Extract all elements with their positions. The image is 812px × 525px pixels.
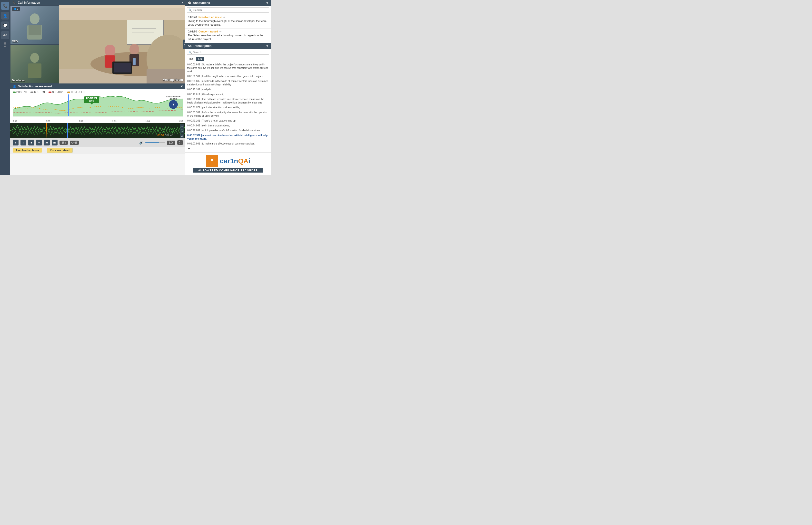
main-video: Meeting Room Tools [59,5,185,84]
logo-subtitle: AI-POWERED COMPLIANCE RECORDER [193,168,263,172]
annotations-panel: 💬 Annotations ∨ 🔍 0:00:49 Resolved an is… [185,0,271,43]
collapse-icon[interactable]: ∨ [181,85,183,88]
transcript-time-9: 0:00:44.962 | [187,124,202,127]
annotation-edit-icon-2[interactable]: ✏ [219,30,221,33]
legend-negative-label: NEGATIVE [52,91,64,93]
controls-bar: ▶ ⏸ ■ ↺ ⏮ ⏭ -15◁ ⊙+15 🔊 1.0x ⛶ [10,138,185,147]
time-display: 00:54 / 02:45 [157,134,173,137]
waveform-area: bars generated via CSS + - ⊕ [10,123,185,138]
fast-rewind-button[interactable]: ⏮ [44,140,50,146]
fast-forward-button[interactable]: ⏭ [52,140,58,146]
annotation-type-resolved-1: Resolved an issue [199,16,222,18]
transcript-time-8: 0:00:43.161 | [187,119,202,122]
concern-tag[interactable]: Concern raised [47,148,73,153]
legend-neutral-label: NEUTRAL [34,91,46,93]
annotations-search-icon: 🔍 [188,9,192,12]
transcription-panel: Aa Transcription ∨ 🔍 HU EN 0:00:01.641 |… [185,43,271,152]
play-button[interactable]: ▶ [13,140,18,146]
phone-icon: 📞 [13,1,16,4]
transcript-time-6: 0:00:31.071 | [187,106,202,109]
timeline: 0:00 0:23 0:47 1:11 1:34 1:58 [10,119,185,123]
transcription-search-box: 🔍 [187,50,269,55]
transcript-entry-6: 0:00:31.071 | particular attention is dr… [187,106,269,109]
transcription-search-icon: 🔍 [188,51,192,54]
skip-forward-button[interactable]: ⊙+15 [70,140,79,145]
satisfaction-section: 👤 Satisfaction assessment ∨ POSITIVE NEU… [10,84,185,175]
transcript-list[interactable]: 0:00:01.641 | So just real briefly, the … [185,62,271,145]
time-5: 1:58 [178,120,183,122]
annotation-type-concern-2: Concern raised [199,30,218,33]
transcript-entry-10: 0:00:46.881 | which provides useful info… [187,129,269,132]
developer-label: Developer [12,79,25,82]
bottom-annotations-bar: Resolved an issue Concern raised [10,147,185,154]
annotation-entry-1: 0:00:49 Resolved an issue ✏ Owing to the… [185,14,271,29]
participant-count: 👥 3 [12,7,20,11]
annotation-time-2: 0:01:50 [188,30,197,33]
transcript-time-11: 0:00:52.972 | [187,134,202,137]
expand-icon[interactable]: › [182,1,183,4]
transcript-entry-4: 0:00:19.611 | We all experience it, [187,93,269,96]
annotation-entry-2: 0:01:50 Concern raised ✏ The Sales team … [185,29,271,43]
svg-point-0 [30,13,40,24]
annotations-search-input[interactable] [187,7,269,13]
annotations-collapse-icon[interactable]: ∨ [266,1,268,5]
chat-sidebar-icon[interactable]: 💬 [1,21,9,29]
developer-thumbnail: Developer [10,44,59,84]
pause-button[interactable]: ⏸ [20,140,26,146]
legend-positive-dot [13,91,16,93]
svg-rect-21 [114,63,131,73]
main-video-scene [59,5,185,84]
participant-icon: 👥 [13,7,16,10]
skip-back-button[interactable]: -15◁ [60,140,68,145]
annotation-text-1: Owing to the thourough oversight of the … [188,19,268,27]
phone-sidebar-icon[interactable]: 📞 [1,2,9,10]
speed-button[interactable]: 1.0x [167,140,175,145]
resolved-tag[interactable]: Resolved an issue [13,148,42,152]
logo-brand-accent: QA [238,157,248,165]
user-sidebar-icon[interactable]: 👤 [1,12,9,19]
transcript-time-2: 0:00:08.602 | [187,80,202,82]
satisfaction-header: 👤 Satisfaction assessment ∨ [10,84,185,89]
participant-number: 3 [17,7,18,10]
svg-rect-22 [133,58,136,65]
transcription-search-input[interactable] [187,50,269,55]
zoom-reset-button[interactable]: ⊕ [180,134,184,138]
annotations-header-left: 💬 Annotations [188,1,210,5]
satisfaction-score: SATISFACTIONSCORE 7 [166,96,181,109]
stop-button[interactable]: ■ [28,140,34,146]
logo-container: ❝ car1nQAi [206,155,250,167]
transcript-time-3: 0:00:17.181 | [187,88,202,91]
video-area: 👥 3 CEO [10,5,185,84]
ceo-video-placeholder [11,5,59,44]
tools-tab[interactable]: Tools [183,40,185,49]
time-0: 0:00 [13,120,17,122]
transcription-icon: Aa [188,44,191,48]
transcript-entry-9: 0:00:44.962 | so in these organisations, [187,124,269,127]
volume-slider[interactable] [145,142,165,143]
transcription-collapse-icon[interactable]: ∨ [266,44,268,48]
zoom-out-button[interactable]: - [180,129,184,134]
legend-confused-label: CONFUSED [71,91,84,93]
center-panel: 📞 Call Information › 👥 3 [10,0,185,175]
logo-brand-end: i [248,157,250,165]
time-4: 1:34 [145,120,150,122]
lang-hu-button[interactable]: HU [187,57,195,61]
transcript-entry-5: 0:00:21.231 | that calls are recorded in… [187,97,269,104]
annotation-text-2: The Sales team has raised a daunting con… [188,34,268,41]
font-sidebar-icon[interactable]: Aa [1,31,9,39]
current-time: 00:54 [157,134,165,137]
left-sidebar: 📞 👤 💬 Aa Tools [0,0,10,175]
restart-button[interactable]: ↺ [36,140,42,146]
svg-point-14 [105,45,115,56]
zoom-in-button[interactable]: + [180,124,184,129]
annotation-time-1: 0:00:49 [188,16,197,18]
main-video-label: Meeting Room [163,78,183,81]
lang-en-button[interactable]: EN [196,57,204,61]
annotation-edit-icon-1[interactable]: ✏ [223,16,225,18]
chart-wrapper: SATISFACTIONSCORE 7 POSITIVE 82% [13,94,183,119]
legend-negative: NEGATIVE [48,91,64,93]
fullscreen-button[interactable]: ⛶ [177,140,183,145]
transcript-time-0: 0:00:01.641 | [187,63,202,66]
zoom-buttons: + - ⊕ [180,124,184,138]
add-annotation-button[interactable]: + [185,145,271,152]
